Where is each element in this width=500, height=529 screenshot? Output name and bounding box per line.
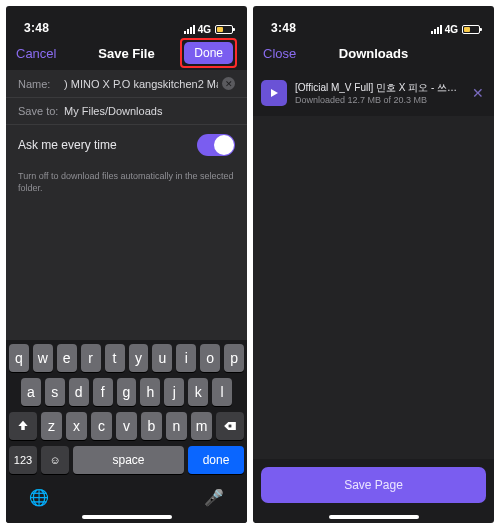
- backspace-key[interactable]: [216, 412, 244, 440]
- key-t[interactable]: t: [105, 344, 125, 372]
- cancel-button[interactable]: Cancel: [16, 46, 56, 61]
- mic-icon[interactable]: 🎤: [204, 488, 224, 507]
- home-indicator[interactable]: [329, 515, 419, 519]
- key-h[interactable]: h: [140, 378, 160, 406]
- close-button[interactable]: Close: [263, 46, 296, 61]
- home-indicator[interactable]: [82, 515, 172, 519]
- key-x[interactable]: x: [66, 412, 87, 440]
- save-page-button[interactable]: Save Page: [261, 467, 486, 503]
- download-progress: Downloaded 12.7 MB of 20.3 MB: [295, 95, 462, 105]
- key-e[interactable]: e: [57, 344, 77, 372]
- key-r[interactable]: r: [81, 344, 101, 372]
- hint-text: Turn off to download files automatically…: [6, 165, 247, 200]
- play-icon: [261, 80, 287, 106]
- numbers-key[interactable]: 123: [9, 446, 37, 474]
- key-b[interactable]: b: [141, 412, 162, 440]
- saveto-value: My Files/Downloads: [64, 105, 235, 117]
- key-m[interactable]: m: [191, 412, 212, 440]
- status-right: 4G: [184, 24, 233, 35]
- nav-bar: Cancel Save File Done: [6, 36, 247, 70]
- key-row-2: a s d f g h j k l: [9, 378, 244, 406]
- key-j[interactable]: j: [164, 378, 184, 406]
- remove-download-icon[interactable]: ✕: [470, 85, 486, 101]
- ask-label: Ask me every time: [18, 138, 117, 152]
- keyboard-footer: 🌐 🎤: [9, 480, 244, 511]
- downloads-screen: 3:48 4G Close Downloads [Official M_V Fu…: [253, 6, 494, 523]
- key-u[interactable]: u: [152, 344, 172, 372]
- battery-icon: [462, 25, 480, 34]
- download-text: [Official M_V Full] 민호 X 피오 - 쓰담쓰담 (… Do…: [295, 81, 462, 105]
- ask-toggle-row: Ask me every time: [6, 124, 247, 165]
- downloads-list: [Official M_V Full] 민호 X 피오 - 쓰담쓰담 (… Do…: [253, 70, 494, 116]
- key-w[interactable]: w: [33, 344, 53, 372]
- done-highlight: Done: [180, 38, 237, 68]
- signal-icon: [431, 25, 442, 34]
- status-bar: 3:48 4G: [253, 6, 494, 36]
- key-p[interactable]: p: [224, 344, 244, 372]
- empty-area: [6, 200, 247, 340]
- key-g[interactable]: g: [117, 378, 137, 406]
- status-bar: 3:48 4G: [6, 6, 247, 36]
- status-time: 3:48: [24, 21, 49, 35]
- space-key[interactable]: space: [73, 446, 184, 474]
- form: Name: ) MINO X P.O kangskitchen2 Main Th…: [6, 70, 247, 200]
- nav-bar: Close Downloads: [253, 36, 494, 70]
- download-title: [Official M_V Full] 민호 X 피오 - 쓰담쓰담 (…: [295, 81, 462, 95]
- key-row-4: 123 ☺ space done: [9, 446, 244, 474]
- status-time: 3:48: [271, 21, 296, 35]
- key-k[interactable]: k: [188, 378, 208, 406]
- status-right: 4G: [431, 24, 480, 35]
- key-l[interactable]: l: [212, 378, 232, 406]
- name-field[interactable]: ) MINO X P.O kangskitchen2 Main Theme.r: [64, 78, 218, 90]
- saveto-row[interactable]: Save to: My Files/Downloads: [6, 97, 247, 124]
- signal-icon: [184, 25, 195, 34]
- name-row: Name: ) MINO X P.O kangskitchen2 Main Th…: [6, 70, 247, 97]
- save-file-screen: 3:48 4G Cancel Save File Done Name: ) MI…: [6, 6, 247, 523]
- ask-toggle[interactable]: [197, 134, 235, 156]
- key-row-1: q w e r t y u i o p: [9, 344, 244, 372]
- key-f[interactable]: f: [93, 378, 113, 406]
- key-s[interactable]: s: [45, 378, 65, 406]
- key-q[interactable]: q: [9, 344, 29, 372]
- network-label: 4G: [198, 24, 211, 35]
- key-row-3: z x c v b n m: [9, 412, 244, 440]
- empty-area: [253, 116, 494, 459]
- battery-icon: [215, 25, 233, 34]
- key-a[interactable]: a: [21, 378, 41, 406]
- network-label: 4G: [445, 24, 458, 35]
- key-y[interactable]: y: [129, 344, 149, 372]
- key-o[interactable]: o: [200, 344, 220, 372]
- done-button[interactable]: Done: [184, 42, 233, 64]
- globe-icon[interactable]: 🌐: [29, 488, 49, 507]
- download-item[interactable]: [Official M_V Full] 민호 X 피오 - 쓰담쓰담 (… Do…: [261, 76, 486, 110]
- keyboard-done-key[interactable]: done: [188, 446, 244, 474]
- saveto-label: Save to:: [18, 105, 64, 117]
- keyboard: q w e r t y u i o p a s d f g h j k l z …: [6, 340, 247, 523]
- key-z[interactable]: z: [41, 412, 62, 440]
- emoji-key[interactable]: ☺: [41, 446, 69, 474]
- key-d[interactable]: d: [69, 378, 89, 406]
- name-label: Name:: [18, 78, 64, 90]
- clear-icon[interactable]: ✕: [222, 77, 235, 90]
- shift-key[interactable]: [9, 412, 37, 440]
- key-n[interactable]: n: [166, 412, 187, 440]
- key-i[interactable]: i: [176, 344, 196, 372]
- key-v[interactable]: v: [116, 412, 137, 440]
- key-c[interactable]: c: [91, 412, 112, 440]
